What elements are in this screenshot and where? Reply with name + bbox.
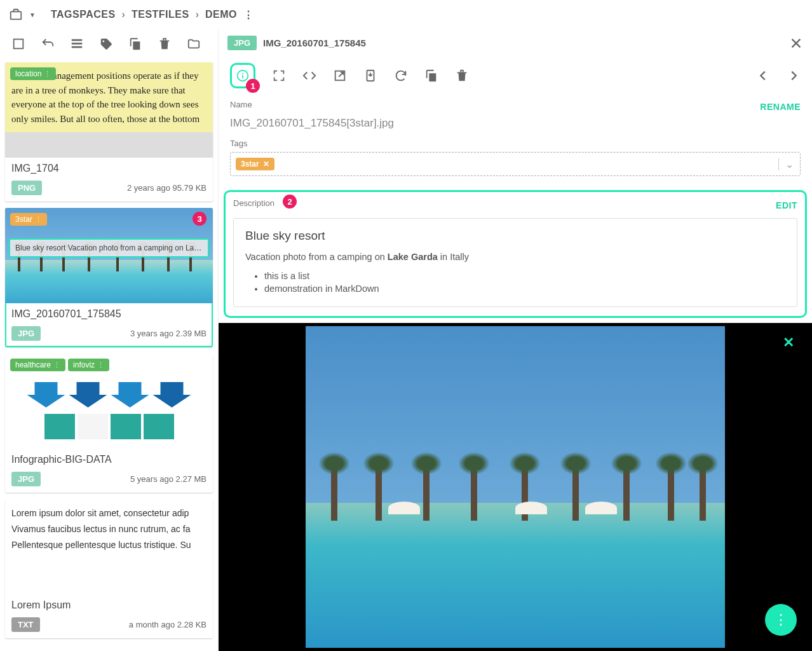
- tags-input[interactable]: 3star✕ ⌄: [230, 152, 801, 176]
- filename-value: IMG_20160701_175845[3star].jpg: [230, 113, 801, 139]
- svg-rect-2: [72, 39, 83, 41]
- file-tag[interactable]: infoviz⋮: [68, 359, 109, 371]
- svg-rect-11: [429, 73, 436, 81]
- chevron-right-icon: ›: [122, 9, 125, 20]
- file-thumbnail: Some in management positions operate as …: [5, 62, 213, 158]
- file-ext-badge: JPG: [11, 326, 41, 341]
- file-list[interactable]: Some in management positions operate as …: [0, 62, 218, 651]
- file-list-panel: Some in management positions operate as …: [0, 29, 219, 651]
- tag-chip[interactable]: 3star✕: [236, 158, 274, 170]
- chevron-right-icon: ›: [196, 9, 199, 20]
- desc-heading: Blue sky resort: [245, 229, 785, 243]
- file-meta: 3 years ago 2.39 MB: [130, 329, 206, 338]
- breadcrumb-bar: ▼ TAGSPACES › TESTFILES › DEMO ⋮: [0, 0, 812, 29]
- detail-toolbar: 1: [219, 57, 812, 99]
- close-icon[interactable]: [789, 36, 803, 50]
- next-icon[interactable]: [787, 69, 801, 83]
- chevron-down-icon[interactable]: ⌄: [778, 158, 794, 170]
- svg-point-5: [103, 41, 105, 43]
- file-tag[interactable]: location⋮: [10, 67, 56, 80]
- svg-rect-6: [133, 41, 140, 50]
- svg-rect-0: [11, 11, 22, 19]
- tag-menu-icon[interactable]: ⋮: [97, 361, 104, 369]
- file-thumbnail: 3star⋮ 3 Blue sky resort Vacation photo …: [5, 208, 213, 303]
- close-preview-icon[interactable]: ✕: [783, 334, 794, 351]
- file-title: Infographic-BIG-DATA: [11, 454, 206, 465]
- image-preview[interactable]: ✕ ⋮: [219, 323, 812, 651]
- name-section: Name RENAME IMG_20160701_175845[3star].j…: [219, 99, 812, 190]
- svg-rect-3: [72, 43, 83, 45]
- desc-paragraph: Vacation photo from a camping on Lake Ga…: [245, 252, 785, 262]
- delete-icon[interactable]: [455, 69, 469, 83]
- detail-title: IMG_20160701_175845: [263, 38, 783, 48]
- delete-icon[interactable]: [158, 37, 172, 51]
- fab-menu-button[interactable]: ⋮: [765, 604, 797, 636]
- return-icon[interactable]: [41, 37, 55, 51]
- open-external-icon[interactable]: [333, 69, 347, 83]
- briefcase-icon[interactable]: [9, 8, 23, 22]
- file-thumbnail: healthcare⋮ infoviz⋮: [5, 353, 213, 449]
- file-card[interactable]: Lorem ipsum dolor sit amet, consectetur …: [5, 499, 213, 638]
- file-card-selected[interactable]: 3star⋮ 3 Blue sky resort Vacation photo …: [5, 208, 213, 347]
- desc-list-item: this is a list: [264, 271, 785, 281]
- file-meta: 5 years ago 2.27 MB: [130, 474, 206, 484]
- name-label: Name: [230, 100, 252, 109]
- file-meta: a month ago 2.28 KB: [129, 620, 206, 629]
- download-icon[interactable]: [363, 69, 377, 83]
- svg-rect-1: [14, 39, 24, 49]
- copy-icon[interactable]: [424, 69, 438, 83]
- tags-label: Tags: [230, 139, 801, 148]
- file-card[interactable]: Some in management positions operate as …: [5, 62, 213, 202]
- new-folder-icon[interactable]: [187, 37, 201, 51]
- description-section: 2 Description EDIT Blue sky resort Vacat…: [224, 190, 807, 318]
- file-title: Lorem Ipsum: [11, 600, 206, 611]
- file-tag[interactable]: healthcare⋮: [10, 359, 65, 371]
- code-icon[interactable]: [302, 69, 316, 83]
- info-button[interactable]: 1: [230, 63, 255, 88]
- file-thumbnail: Lorem ipsum dolor sit amet, consectetur …: [5, 499, 213, 594]
- file-ext-badge: JPG: [11, 472, 41, 486]
- detail-header: JPG IMG_20160701_175845: [219, 29, 812, 57]
- copy-icon[interactable]: [128, 37, 142, 51]
- callout-badge: 1: [246, 79, 260, 93]
- desc-list-item: demonstration in MarkDown: [264, 284, 785, 294]
- breadcrumb-item[interactable]: TESTFILES: [130, 6, 191, 23]
- file-title: IMG_1704: [11, 163, 206, 174]
- tag-remove-icon[interactable]: ✕: [263, 160, 269, 168]
- edit-button[interactable]: EDIT: [776, 200, 797, 210]
- fullscreen-icon[interactable]: [272, 69, 286, 83]
- svg-rect-4: [72, 46, 83, 48]
- file-ext-badge: JPG: [227, 36, 257, 50]
- file-ext-badge: TXT: [11, 617, 40, 632]
- tag-menu-icon[interactable]: ⋮: [53, 361, 60, 369]
- svg-point-8: [242, 73, 243, 74]
- callout-badge: 3: [193, 212, 206, 226]
- location-dropdown-icon[interactable]: ▼: [29, 11, 36, 18]
- file-list-toolbar: [0, 29, 218, 62]
- preview-image: [306, 326, 725, 648]
- detail-panel: JPG IMG_20160701_175845 1: [219, 29, 812, 651]
- file-ext-badge: PNG: [11, 181, 42, 195]
- file-tag[interactable]: 3star⋮: [10, 213, 47, 226]
- list-view-icon[interactable]: [70, 37, 84, 51]
- file-card[interactable]: healthcare⋮ infoviz⋮ Infographic-BIG-DAT…: [5, 353, 213, 493]
- reload-icon[interactable]: [394, 69, 408, 83]
- rename-button[interactable]: RENAME: [760, 102, 801, 112]
- file-meta: 2 years ago 95.79 KB: [127, 183, 206, 193]
- tag-menu-icon[interactable]: ⋮: [44, 70, 51, 78]
- file-title: IMG_20160701_175845: [11, 308, 206, 320]
- prev-icon[interactable]: [756, 69, 770, 83]
- select-all-icon[interactable]: [11, 37, 25, 51]
- description-label: Description: [233, 198, 274, 208]
- breadcrumb-item[interactable]: TAGSPACES: [50, 6, 117, 23]
- tag-icon[interactable]: [99, 37, 113, 51]
- description-content: Blue sky resort Vacation photo from a ca…: [233, 218, 797, 307]
- breadcrumb-more-icon[interactable]: ⋮: [243, 9, 254, 21]
- breadcrumb-item[interactable]: DEMO: [204, 6, 238, 23]
- callout-badge: 2: [283, 195, 297, 209]
- file-desc-overlay: Blue sky resort Vacation photo from a ca…: [9, 238, 209, 257]
- tag-menu-icon[interactable]: ⋮: [35, 216, 42, 224]
- svg-rect-9: [242, 75, 243, 78]
